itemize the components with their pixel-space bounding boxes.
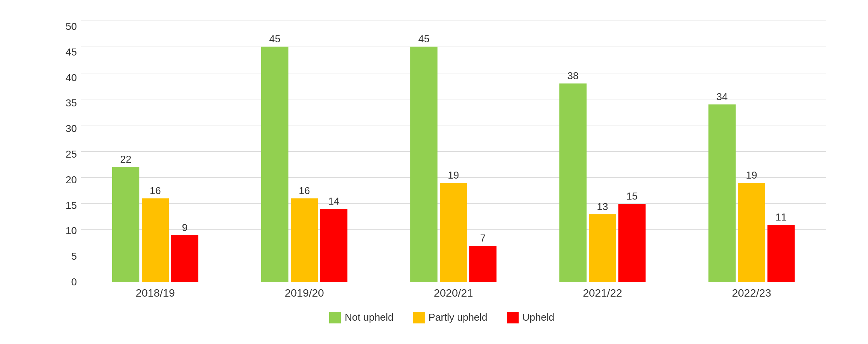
x-axis-label-group: 2018/19 [81, 282, 230, 304]
bar-rect [291, 198, 318, 282]
y-axis-label: 45 [57, 46, 81, 58]
bar-wrapper: 7 [469, 21, 496, 282]
y-axis-label: 30 [57, 123, 81, 135]
bar-wrapper: 16 [291, 21, 318, 282]
bars-row: 451614 [253, 21, 355, 282]
x-axis-label-group: 2020/21 [379, 282, 528, 304]
y-axis-label: 0 [57, 276, 81, 288]
bar-group: 341911 [677, 21, 826, 282]
y-axis-label: 15 [57, 200, 81, 212]
bar-wrapper: 22 [112, 21, 139, 282]
legend-item: Upheld [507, 311, 554, 323]
bar-rect [618, 204, 646, 282]
x-axis-label: 2019/20 [285, 287, 324, 299]
bar-value-label: 11 [776, 211, 787, 223]
bar-value-label: 14 [328, 195, 340, 207]
bar-value-label: 45 [269, 33, 281, 45]
bar-value-label: 38 [568, 70, 579, 82]
x-axis-label: 2020/21 [434, 287, 473, 299]
bar-value-label: 7 [480, 232, 486, 244]
bar-wrapper: 15 [618, 21, 646, 282]
bar-wrapper: 13 [589, 21, 616, 282]
x-axis-label-group: 2019/20 [230, 282, 379, 304]
bars-row: 341911 [701, 21, 802, 282]
bar-rect [171, 235, 198, 282]
bar-group: 22169 [81, 21, 230, 282]
bar-wrapper: 34 [708, 21, 736, 282]
bar-rect [410, 47, 437, 282]
bar-rect [440, 183, 467, 282]
y-axis-label: 25 [57, 148, 81, 160]
bar-rect [320, 209, 347, 282]
legend-label: Not upheld [345, 311, 394, 323]
bar-wrapper: 45 [410, 21, 437, 282]
bar-rect [112, 167, 139, 282]
bar-rect [142, 198, 169, 282]
bar-value-label: 34 [717, 91, 728, 103]
bar-wrapper: 19 [738, 21, 765, 282]
bar-group: 451614 [230, 21, 379, 282]
x-axis-label: 2022/23 [732, 287, 771, 299]
legend-label: Partly upheld [429, 311, 488, 323]
legend: Not upheldPartly upheldUpheld [57, 311, 826, 327]
y-axis-label: 35 [57, 97, 81, 109]
bar-wrapper: 19 [440, 21, 467, 282]
bar-wrapper: 14 [320, 21, 347, 282]
x-axis-label-group: 2022/23 [677, 282, 826, 304]
x-axis-row: 2018/192019/202020/212021/222022/23 [81, 282, 826, 304]
legend-label: Upheld [523, 311, 554, 323]
legend-item: Not upheld [329, 311, 394, 323]
bars-row: 22169 [104, 21, 206, 282]
bar-value-label: 15 [627, 190, 638, 202]
bar-rect [767, 225, 795, 282]
y-axis-label: 50 [57, 21, 81, 33]
legend-item: Partly upheld [413, 311, 488, 323]
plot-inner: 2216945161445197381315341911 [81, 21, 826, 282]
y-axis-label: 5 [57, 250, 81, 262]
bar-wrapper: 9 [171, 21, 198, 282]
bar-value-label: 16 [150, 185, 161, 197]
bar-value-label: 9 [182, 222, 187, 234]
bar-rect [469, 246, 496, 282]
bar-rect [708, 104, 736, 282]
bars-row: 381315 [552, 21, 653, 282]
chart-container: 05101520253035404550 2216945161445197381… [26, 13, 842, 331]
bar-rect [559, 83, 587, 282]
bar-value-label: 22 [120, 153, 132, 165]
legend-color-box [507, 312, 519, 323]
bar-rect [589, 214, 616, 282]
bar-rect [261, 47, 288, 282]
bar-wrapper: 11 [767, 21, 795, 282]
bar-value-label: 45 [418, 33, 430, 45]
x-axis-label-group: 2021/22 [528, 282, 677, 304]
legend-color-box [413, 312, 425, 323]
bar-rect [738, 183, 765, 282]
bar-value-label: 16 [299, 185, 310, 197]
x-axis-label: 2018/19 [135, 287, 175, 299]
y-axis-label: 10 [57, 225, 81, 237]
bar-value-label: 13 [597, 201, 608, 213]
bar-value-label: 19 [746, 169, 757, 181]
x-axis-label: 2021/22 [583, 287, 622, 299]
y-axis-label: 20 [57, 174, 81, 186]
groups-row: 2216945161445197381315341911 [81, 21, 826, 282]
bar-value-label: 19 [448, 169, 459, 181]
y-axis: 05101520253035404550 [57, 21, 81, 304]
bar-group: 45197 [379, 21, 528, 282]
legend-color-box [329, 312, 341, 323]
bar-wrapper: 45 [261, 21, 288, 282]
y-axis-label: 40 [57, 72, 81, 84]
chart-body: 2216945161445197381315341911 2018/192019… [81, 21, 826, 304]
bar-group: 381315 [528, 21, 677, 282]
bar-wrapper: 38 [559, 21, 587, 282]
bars-row: 45197 [403, 21, 504, 282]
bar-wrapper: 16 [142, 21, 169, 282]
